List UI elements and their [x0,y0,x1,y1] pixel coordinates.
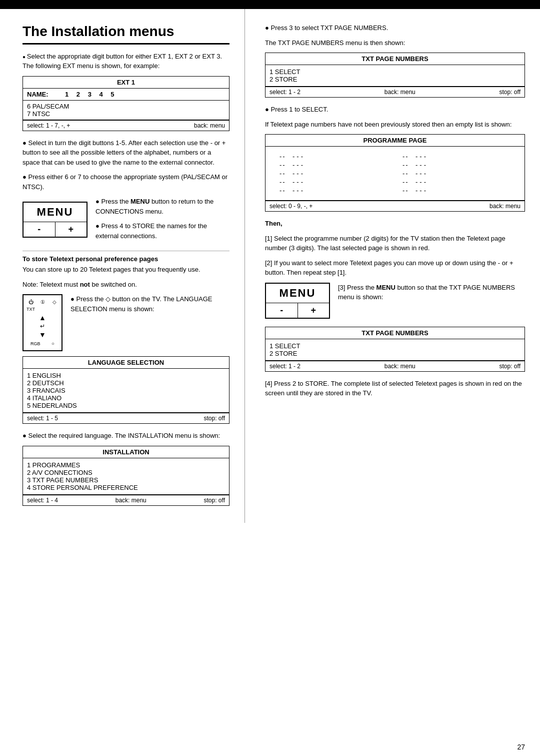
lang-footer-stop: stop: off [204,415,225,422]
page-number: 27 [517,743,525,751]
menu-minus-btn[interactable]: - [24,222,56,237]
right-para2: If Teletext page numbers have not been p… [265,120,525,130]
install-opt-4: 4 STORE PERSONAL PREFERENCE [27,484,225,491]
programme-page-title: PROGRAMME PAGE [266,135,524,147]
bullet5-text: ● Press 4 to STORE the names for the ext… [96,221,230,241]
return-icon: ↵ [40,323,45,330]
right-column: ● Press 3 to select TXT PAGE NUMBERS. Th… [245,9,540,523]
step3-text-area: [3] Press the MENU button so that the TX… [338,283,525,307]
language-title: LANGUAGE SELECTION [23,357,229,369]
prog-row-1: ----- [280,161,388,169]
menu-button-box: MENU - + [22,202,88,238]
prog-row-3b: ----- [402,178,510,186]
programme-page-box: PROGRAMME PAGE ----- ----- ----- ----- -… [265,134,525,212]
step2-text: [2] If you want to select more Teletext … [265,258,525,278]
menu-bullets-right: ● Press the MENU button to return to the… [96,197,230,246]
lang-opt-3: 3 FRANCAIS [27,387,225,394]
txt-box1-select: select: 1 - 2 [270,89,300,96]
installation-footer: select: 1 - 4 back: menu stop: off [23,494,229,505]
remote-arrow-col: ▲ ↵ ▼ [39,314,46,339]
ext1-title: EXT 1 [23,77,229,89]
installation-title: INSTALLATION [23,446,229,458]
right-para1: The TXT PAGE NUMBERS menu is then shown: [265,38,525,48]
menu-button-graphic: MENU - + [22,202,88,241]
ext1-footer: select: 1 - 7, -, + back: menu [23,120,229,131]
right-menu-button-box: MENU - + [265,283,330,319]
txt-box1-footer: select: 1 - 2 back: menu stop: off [266,86,524,97]
power-icon: ⏻ [28,299,34,305]
install-footer-stop: stop: off [204,497,225,504]
installation-box: INSTALLATION 1 PROGRAMMES 2 A/V CONNECTI… [22,446,230,506]
ext1-option7: 7 NTSC [27,110,225,118]
remote-graphic: ⏻ ① ◇ TXT ▲ ↵ ▼ RGB ○ [22,294,62,351]
store-bullet1: ● Press the ◇ button on the TV. The LANG… [70,294,230,314]
installation-options: 1 PROGRAMMES 2 A/V CONNECTIONS 3 TXT PAG… [23,458,229,494]
txt-box2-back: back: menu [384,363,416,370]
store-para1: You can store up to 20 Teletext pages th… [22,265,230,275]
store-section-heading: To store Teletext personal preference pa… [22,255,230,263]
right-menu-plus-btn[interactable]: + [298,303,330,318]
rgb-label: RGB [30,341,40,346]
txt-label: TXT [26,307,35,312]
right-bullet1: ● Press 3 to select TXT PAGE NUMBERS. [265,23,525,33]
right-menu-button-label: MENU [266,284,329,303]
prog-row-2: ----- [280,170,388,177]
bullet3-text: ● Press either 6 or 7 to choose the appr… [22,172,230,192]
top-black-bar [0,0,540,9]
remote-top-row: ⏻ ① ◇ [26,299,58,305]
content-area: The Installation menus Select the approp… [0,9,540,523]
ext1-name-digits: 1 2 3 4 5 [65,91,118,98]
prog-row-0b: ----- [402,153,510,160]
language-footer: select: 1 - 5 stop: off [23,412,229,423]
lang-opt-4: 4 ITALIANO [27,394,225,402]
page-title: The Installation menus [22,23,230,40]
txt-box1-title: TXT PAGE NUMBERS [266,53,524,65]
right-menu-button-controls: - + [266,303,329,318]
language-box: LANGUAGE SELECTION 1 ENGLISH 2 DEUTSCH 3… [22,356,230,424]
lang-footer-select: select: 1 - 5 [27,415,58,422]
step3-area: MENU - + [3] Press the MENU button so th… [265,283,525,322]
lang-opt-1: 1 ENGLISH [27,372,225,379]
ext1-footer-select: select: 1 - 7, -, + [27,122,70,129]
prog-row-2b: ----- [402,170,510,177]
language-options: 1 ENGLISH 2 DEUTSCH 3 FRANCAIS 4 ITALIAN… [23,369,229,412]
txt-box1-stop: stop: off [500,89,520,96]
txt-page-numbers-box1: TXT PAGE NUMBERS 1 SELECT 2 STORE select… [265,53,525,98]
install-footer-select: select: 1 - 4 [27,497,58,504]
lang-opt-5: 5 NEDERLANDS [27,402,225,409]
intro-bullet: Select the appropriate digit button for … [22,52,230,71]
step1-text: [1] Select the programme number (2 digit… [265,234,525,253]
store-note: Note: Teletext must not be switched on. [22,280,230,290]
menu-button-controls: - + [24,222,86,237]
bullet4-text: ● Press the MENU button to return to the… [96,197,230,216]
prog-row-4b: ----- [402,187,510,194]
prog-row-1b: ----- [402,161,510,169]
step4-text: [4] Press 2 to STORE. The complete list … [265,379,525,398]
down-arrow: ▼ [39,331,46,339]
programme-page-grid: ----- ----- ----- ----- ----- ----- ----… [266,147,524,200]
diamond-icon: ◇ [52,299,56,305]
up-arrow: ▲ [39,314,46,322]
txt-box2-opt1: 1 SELECT [270,342,520,350]
then-heading: Then, [265,219,525,229]
remote-main-row: ▲ ↵ ▼ [39,314,46,339]
step3-text: [3] Press the MENU button so that the TX… [338,283,525,302]
prog-row-3: ----- [280,178,388,186]
install-opt-3: 3 TXT PAGE NUMBERS [27,476,225,484]
install-opt-2: 2 A/V CONNECTIONS [27,469,225,476]
section-divider [22,251,230,251]
txt-box1-back: back: menu [384,89,416,96]
right-menu-minus-btn[interactable]: - [266,303,298,318]
txt-box2-title: TXT PAGE NUMBERS [266,327,524,339]
install-footer-back: back: menu [116,497,146,504]
ext1-box: EXT 1 NAME: 1 2 3 4 5 6 PAL/SECAM 7 NTSC… [22,76,230,131]
ext1-name-row: NAME: 1 2 3 4 5 [23,89,229,101]
bullet-lang: ● Select the required language. The INST… [22,431,230,441]
txt-box1-options: 1 SELECT 2 STORE [266,65,524,86]
install-opt-1: 1 PROGRAMMES [27,461,225,469]
title-underline [22,43,230,45]
ext1-options: 6 PAL/SECAM 7 NTSC [23,101,229,120]
menu-plus-btn[interactable]: + [56,222,87,237]
ext1-footer-back: back: menu [194,122,225,129]
prog-rows: ----- ----- ----- ----- ----- ----- ----… [270,149,520,198]
